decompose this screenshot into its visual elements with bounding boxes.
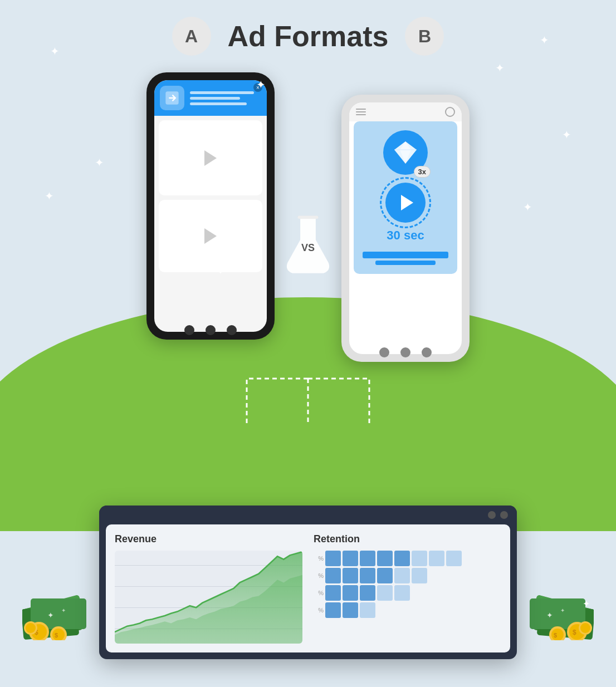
ret-cell [446, 568, 462, 583]
svg-text:$: $ [554, 632, 557, 639]
flask-container: VS [280, 212, 336, 278]
svg-text:✦: ✦ [47, 611, 54, 620]
hamburger-icon [356, 109, 366, 115]
pct-label-3: % [314, 590, 324, 596]
bottom-bar-1 [363, 252, 448, 258]
analytics-content: Revenue [106, 524, 510, 652]
phone-b-nav-dots [341, 347, 470, 357]
retention-row-4: % [314, 602, 501, 618]
ret-cell [343, 602, 358, 618]
ad-line-3 [190, 102, 247, 105]
sparkle-icon: ✦ [495, 61, 505, 75]
phone-b: 3x 30 sec [341, 95, 470, 362]
ret-cell [360, 602, 375, 618]
ret-cell [412, 585, 427, 601]
ret-cell [377, 568, 393, 583]
ret-cell [325, 568, 341, 583]
ret-cell [343, 551, 358, 566]
bottom-bar-2 [375, 261, 436, 265]
phone-b-topbar [349, 102, 462, 121]
analytics-titlebar [99, 506, 517, 524]
ret-cell [343, 585, 358, 601]
badge-a: A [172, 17, 211, 56]
svg-text:✦: ✦ [61, 607, 66, 614]
ret-cell [325, 585, 341, 601]
sparkle-icon: ✦ [217, 267, 224, 276]
retention-panel: Retention % % [314, 533, 501, 644]
dashed-ring [380, 177, 431, 228]
titlebar-dot-1 [488, 511, 496, 519]
money-pile-right: ✦ ✦ $ $ ✦ ✦ [505, 568, 594, 642]
ret-cell [360, 568, 375, 583]
video-play-container [385, 183, 426, 223]
ret-cell [394, 568, 410, 583]
svg-point-33 [580, 623, 590, 633]
ret-cell [394, 585, 410, 601]
circle-button[interactable] [445, 107, 455, 117]
ret-cell [343, 568, 358, 583]
ret-cell [325, 602, 341, 618]
phone-a-screen: × [154, 80, 267, 332]
nav-dot-b-3 [422, 347, 432, 357]
badge-b: B [405, 17, 444, 56]
ret-cell [446, 551, 462, 566]
titlebar-dot-2 [500, 511, 508, 519]
ad-text-lines [190, 91, 261, 105]
analytics-window: Revenue [99, 506, 517, 659]
ad-line-1 [190, 91, 254, 94]
ret-cell [429, 568, 444, 583]
revenue-chart [115, 551, 302, 644]
phone-b-screen: 3x 30 sec [349, 102, 462, 354]
nav-dot-2 [206, 325, 216, 335]
ad-line-2 [190, 97, 240, 100]
revenue-panel: Revenue [115, 533, 302, 644]
h-line-2 [356, 111, 366, 112]
ret-cell [412, 568, 427, 583]
ret-cell [412, 551, 427, 566]
revenue-title: Revenue [115, 533, 302, 545]
retention-row-1: % [314, 551, 501, 566]
retention-row-2: % [314, 568, 501, 583]
sparkle-icon: ✦ [523, 200, 532, 214]
svg-text:✦: ✦ [546, 611, 553, 620]
money-pile-left: ✦ ✦ $ $ [22, 568, 111, 642]
phone-a: × [146, 72, 275, 340]
nav-dot-1 [184, 325, 194, 335]
phone-a-ad-banner: × [154, 80, 267, 116]
pct-label-4: % [314, 607, 324, 614]
arrow-box-icon [164, 90, 180, 106]
diamond-icon [392, 139, 419, 166]
play-icon [204, 150, 217, 166]
play-icon-2 [204, 228, 217, 244]
pct-label-1: % [314, 555, 324, 562]
sparkle-icon: ✦ [562, 128, 571, 141]
svg-point-19 [26, 623, 36, 633]
ret-cell [377, 551, 393, 566]
svg-text:✦: ✦ [560, 607, 565, 614]
dashed-lines [135, 373, 481, 434]
ret-cell [360, 585, 375, 601]
retention-title: Retention [314, 533, 501, 545]
ret-cell [412, 602, 427, 618]
phone-a-nav-dots [146, 325, 275, 335]
money-bills-right: ✦ ✦ $ $ ✦ ✦ [505, 568, 594, 640]
ret-cell [325, 551, 341, 566]
sparkle-icon: ✦ [95, 156, 104, 169]
ret-cell [446, 602, 462, 618]
multiplier-badge: 3x [414, 166, 431, 178]
page-title: Ad Formats [228, 19, 389, 53]
nav-dot-b-1 [379, 347, 389, 357]
vs-text: VS [301, 242, 315, 254]
nav-dot-3 [227, 325, 237, 335]
phone-b-ad-content: 3x 30 sec [354, 121, 457, 274]
revenue-chart-svg [115, 551, 302, 644]
svg-rect-5 [298, 215, 319, 219]
money-bills-left: ✦ ✦ $ $ [22, 568, 111, 640]
ret-cell [377, 585, 393, 601]
sparkle-icon: ✦ [45, 189, 54, 203]
h-line-1 [356, 109, 366, 110]
svg-text:✦: ✦ [583, 599, 590, 609]
ret-cell [377, 602, 393, 618]
h-line-3 [356, 114, 366, 115]
ret-cell [394, 602, 410, 618]
